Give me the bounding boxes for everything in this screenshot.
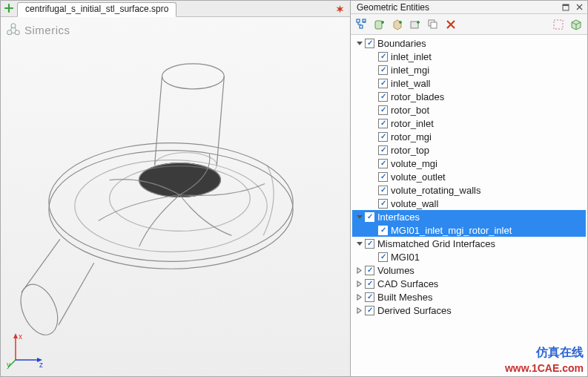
tree-node-label: Volumes bbox=[377, 265, 414, 276]
tree-node-label: volute_outlet bbox=[391, 171, 446, 183]
overlay-watermark-url: www.1CAE.com bbox=[505, 362, 584, 374]
svg-rect-30 bbox=[554, 20, 563, 29]
model-wireframe bbox=[1, 17, 350, 376]
tree-checkbox[interactable] bbox=[365, 292, 374, 302]
svg-rect-23 bbox=[357, 19, 360, 22]
tree-node-inlet_wall[interactable]: inlet_wall bbox=[352, 76, 586, 90]
tree-checkbox[interactable] bbox=[378, 79, 388, 88]
collapse-icon[interactable] bbox=[355, 39, 363, 47]
axis-y-label: y bbox=[7, 361, 10, 369]
svg-rect-22 bbox=[563, 4, 569, 6]
tree-node-rotor_blades[interactable]: rotor_blades bbox=[352, 90, 586, 103]
document-tab-label: centrifugal_s_initial_stl_surface.spro bbox=[25, 4, 168, 14]
tree-checkbox[interactable] bbox=[378, 145, 388, 155]
tree-checkbox[interactable] bbox=[378, 119, 388, 128]
viewport-column: centrifugal_s_initial_stl_surface.spro ✶… bbox=[1, 1, 351, 376]
tree-view-icon[interactable] bbox=[354, 16, 370, 33]
add-domain-icon[interactable] bbox=[371, 16, 388, 33]
panel-title-text: Geometric Entities bbox=[357, 2, 429, 13]
tree-checkbox[interactable] bbox=[378, 132, 388, 142]
tree-node-rotor_mgi[interactable]: rotor_mgi bbox=[352, 130, 586, 143]
tree-node-label: volute_rotating_walls bbox=[391, 185, 480, 196]
tree-node-rotor_top[interactable]: rotor_top bbox=[352, 143, 586, 157]
tree-checkbox[interactable] bbox=[378, 105, 388, 115]
tree-node-mgi01_inlet[interactable]: MGI01_inlet_mgi_rotor_inlet bbox=[352, 223, 586, 237]
tree-node-volute_rotating_walls[interactable]: volute_rotating_walls bbox=[352, 183, 586, 197]
panel-close-icon[interactable] bbox=[574, 2, 584, 13]
tree-node-rotor_inlet[interactable]: rotor_inlet bbox=[352, 117, 586, 130]
model-viewport[interactable]: Simerics bbox=[1, 17, 350, 376]
document-tabbar: centrifugal_s_initial_stl_surface.spro ✶ bbox=[1, 1, 350, 17]
tree-node-boundaries[interactable]: Boundaries bbox=[352, 36, 586, 50]
svg-point-7 bbox=[49, 143, 293, 262]
tree-checkbox[interactable] bbox=[378, 92, 388, 102]
twisty-spacer bbox=[369, 253, 377, 261]
svg-line-14 bbox=[22, 239, 60, 292]
tree-checkbox[interactable] bbox=[378, 226, 388, 235]
document-tab[interactable]: centrifugal_s_initial_stl_surface.spro bbox=[17, 2, 176, 17]
view-cube-icon[interactable] bbox=[568, 16, 584, 33]
twisty-spacer bbox=[369, 66, 377, 74]
expand-icon[interactable] bbox=[355, 293, 363, 301]
panel-undock-icon[interactable] bbox=[561, 2, 571, 13]
copy-icon[interactable] bbox=[425, 16, 441, 33]
tree-node-cad_surfaces[interactable]: CAD Surfaces bbox=[352, 277, 586, 290]
twisty-spacer bbox=[369, 133, 377, 141]
tree-node-mgi01[interactable]: MGI01 bbox=[352, 250, 586, 263]
select-box-icon[interactable] bbox=[550, 16, 566, 33]
tree-checkbox[interactable] bbox=[378, 52, 388, 62]
expand-icon[interactable] bbox=[355, 306, 363, 315]
new-tab-plus-icon[interactable] bbox=[4, 3, 14, 13]
tree-checkbox[interactable] bbox=[365, 306, 374, 315]
tree-checkbox[interactable] bbox=[378, 65, 388, 75]
entities-panel: Geometric Entities bbox=[351, 1, 587, 376]
tree-checkbox[interactable] bbox=[378, 172, 388, 182]
svg-rect-26 bbox=[375, 21, 382, 29]
twisty-spacer bbox=[369, 119, 377, 128]
panel-toolbar bbox=[351, 14, 587, 35]
collapse-icon[interactable] bbox=[355, 213, 363, 221]
tree-checkbox[interactable] bbox=[365, 39, 374, 48]
twisty-spacer bbox=[369, 186, 377, 194]
add-surface-icon[interactable] bbox=[407, 16, 423, 33]
tree-node-rotor_bot[interactable]: rotor_bot bbox=[352, 103, 586, 117]
entities-tree[interactable]: Boundariesinlet_inletinlet_mgiinlet_wall… bbox=[351, 35, 587, 376]
delete-icon[interactable] bbox=[443, 16, 459, 33]
svg-rect-25 bbox=[360, 25, 363, 28]
tree-node-interfaces[interactable]: Interfaces bbox=[352, 210, 586, 223]
svg-marker-17 bbox=[13, 333, 18, 338]
tree-node-label: Built Meshes bbox=[377, 292, 432, 303]
tree-checkbox[interactable] bbox=[365, 279, 374, 289]
tree-node-label: inlet_mgi bbox=[391, 65, 429, 76]
tree-node-volumes[interactable]: Volumes bbox=[352, 263, 586, 277]
add-volume-icon[interactable] bbox=[389, 16, 406, 33]
tree-checkbox[interactable] bbox=[378, 159, 388, 168]
tree-checkbox[interactable] bbox=[378, 252, 388, 262]
tree-node-derived_surfaces[interactable]: Derived Surfaces bbox=[352, 304, 586, 317]
close-tab-icon[interactable]: ✶ bbox=[334, 3, 346, 15]
tree-node-built_meshes[interactable]: Built Meshes bbox=[352, 290, 586, 304]
tree-node-mismatched[interactable]: Mismatched Grid Interfaces bbox=[352, 237, 586, 250]
tree-checkbox[interactable] bbox=[378, 199, 388, 209]
tree-checkbox[interactable] bbox=[365, 212, 374, 222]
expand-icon[interactable] bbox=[355, 266, 363, 275]
panel-titlebar[interactable]: Geometric Entities bbox=[351, 1, 587, 14]
svg-point-3 bbox=[162, 64, 225, 89]
tree-node-inlet_mgi[interactable]: inlet_mgi bbox=[352, 63, 586, 76]
tree-checkbox[interactable] bbox=[365, 239, 374, 249]
tree-node-volute_outlet[interactable]: volute_outlet bbox=[352, 170, 586, 183]
tree-node-volute_wall[interactable]: volute_wall bbox=[352, 197, 586, 210]
tree-node-inlet_inlet[interactable]: inlet_inlet bbox=[352, 50, 586, 63]
tree-node-label: inlet_wall bbox=[391, 78, 430, 89]
twisty-spacer bbox=[369, 53, 377, 61]
tree-node-label: volute_wall bbox=[391, 198, 438, 209]
axis-triad: x y z bbox=[7, 329, 47, 369]
twisty-spacer bbox=[369, 106, 377, 114]
collapse-icon[interactable] bbox=[355, 240, 363, 248]
tree-checkbox[interactable] bbox=[378, 186, 388, 195]
expand-icon[interactable] bbox=[355, 280, 363, 288]
tree-node-label: inlet_inlet bbox=[391, 51, 432, 62]
tree-node-volute_mgi[interactable]: volute_mgi bbox=[352, 157, 586, 170]
tree-checkbox[interactable] bbox=[365, 266, 374, 275]
tree-node-label: rotor_blades bbox=[391, 91, 444, 102]
